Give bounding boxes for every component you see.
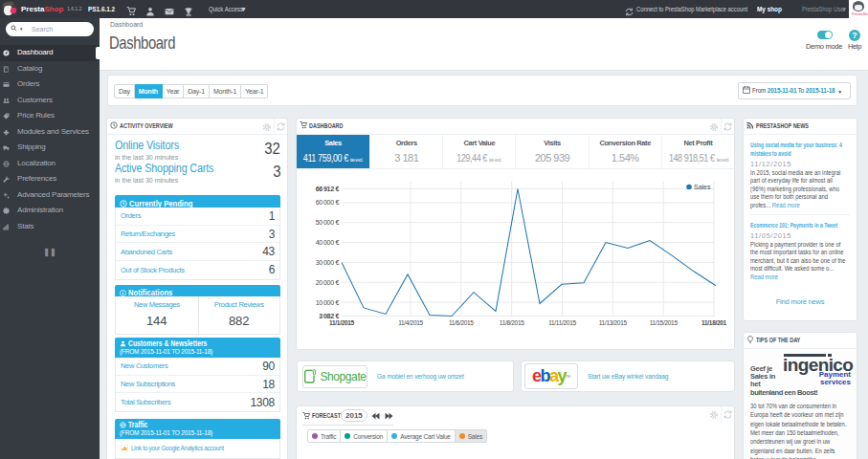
svg-text:20 000 €: 20 000 € (316, 279, 340, 286)
svg-text:30 000 €: 30 000 € (316, 259, 340, 266)
svg-text:11/13/2015: 11/13/2015 (599, 319, 628, 326)
svg-text:Sales: Sales (694, 184, 711, 190)
svg-text:11/15/2015: 11/15/2015 (650, 319, 679, 326)
svg-text:11/11/2015: 11/11/2015 (548, 319, 576, 326)
svg-text:11/1/2015: 11/1/2015 (329, 319, 355, 326)
svg-text:50 000 €: 50 000 € (316, 219, 340, 226)
svg-text:40 000 €: 40 000 € (316, 239, 340, 246)
svg-text:10 000 €: 10 000 € (316, 299, 340, 306)
svg-text:11/4/2015: 11/4/2015 (398, 319, 423, 326)
svg-text:11/18/201: 11/18/201 (701, 319, 727, 326)
svg-text:11/8/2015: 11/8/2015 (500, 319, 524, 326)
svg-text:60 000 €: 60 000 € (316, 199, 340, 206)
svg-text:66 912 €: 66 912 € (316, 186, 340, 192)
svg-text:11/6/2015: 11/6/2015 (449, 319, 474, 326)
